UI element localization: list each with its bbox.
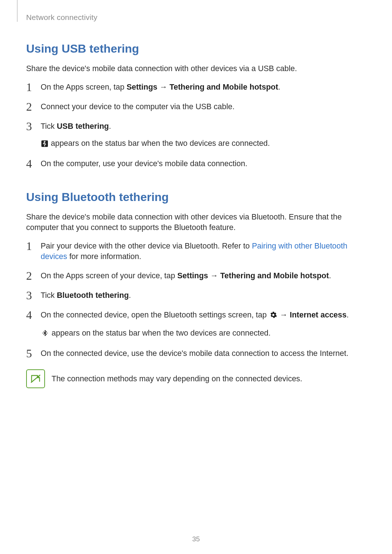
step-body: On the computer, use your device's mobil…: [41, 159, 366, 169]
step-body: Tick Bluetooth tethering.: [41, 290, 366, 301]
note-text: The connection methods may vary dependin…: [52, 374, 302, 384]
note: The connection methods may vary dependin…: [26, 369, 366, 388]
heading-usb-tethering: Using USB tethering: [26, 42, 366, 56]
step-number: 1: [26, 81, 41, 93]
tethering-label: Tethering and Mobile hotspot: [220, 271, 329, 280]
page: Network connectivity Using USB tethering…: [0, 0, 392, 554]
usb-status-icon: [41, 139, 48, 150]
settings-label: Settings: [177, 271, 208, 280]
usb-step-2: 2 Connect your device to the computer vi…: [26, 102, 366, 112]
usb-step-1: 1 On the Apps screen, tap Settings → Tet…: [26, 82, 366, 93]
bt-step-4: 4 On the connected device, open the Blue…: [26, 310, 366, 340]
step-body: On the Apps screen of your device, tap S…: [41, 271, 366, 281]
arrow: →: [208, 271, 220, 280]
heading-bluetooth-tethering: Using Bluetooth tethering: [26, 190, 366, 204]
bluetooth-tethering-label: Bluetooth tethering: [57, 291, 129, 300]
svg-point-1: [44, 145, 45, 147]
step-body: On the connected device, use the device'…: [41, 348, 366, 359]
arrow: →: [157, 83, 169, 91]
bt-steps: 1 Pair your device with the other device…: [26, 241, 366, 359]
bt-step-3: 3 Tick Bluetooth tethering.: [26, 290, 366, 301]
text: Tick: [41, 291, 57, 300]
step-number: 1: [26, 240, 41, 252]
usb-step-4: 4 On the computer, use your device's mob…: [26, 159, 366, 169]
text: On the Apps screen of your device, tap: [41, 271, 177, 280]
text: .: [329, 271, 331, 280]
step-number: 3: [26, 290, 41, 301]
settings-label: Settings: [127, 83, 158, 91]
breadcrumb: Network connectivity: [26, 13, 366, 22]
step-number: 4: [26, 158, 41, 169]
usb-tethering-label: USB tethering: [57, 122, 109, 131]
arrow: →: [278, 311, 290, 319]
text: .: [109, 122, 111, 131]
step-number: 2: [26, 270, 41, 282]
bt-intro: Share the device's mobile data connectio…: [26, 212, 366, 233]
bt-step-2: 2 On the Apps screen of your device, tap…: [26, 271, 366, 282]
text: Pair your device with the other device v…: [41, 242, 252, 250]
gear-icon: [270, 311, 277, 321]
page-number: 35: [0, 535, 392, 543]
step-body: Connect your device to the computer via …: [41, 102, 366, 112]
usb-intro: Share the device's mobile data connectio…: [26, 63, 366, 74]
text: appears on the status bar when the two d…: [49, 139, 270, 148]
step-body: Pair your device with the other device v…: [41, 241, 366, 262]
text: for more information.: [67, 252, 141, 261]
step-number: 2: [26, 101, 41, 112]
step-body: On the Apps screen, tap Settings → Tethe…: [41, 82, 366, 93]
bt-step-1: 1 Pair your device with the other device…: [26, 241, 366, 262]
text: appears on the status bar when the two d…: [49, 329, 271, 337]
bt-step-5: 5 On the connected device, use the devic…: [26, 348, 366, 359]
margin-rule: [17, 0, 17, 22]
text: .: [129, 291, 131, 300]
text: On the Apps screen, tap: [41, 83, 127, 91]
step-body: On the connected device, open the Blueto…: [41, 310, 366, 340]
step-number: 5: [26, 348, 41, 359]
text: .: [347, 311, 349, 319]
usb-steps: 1 On the Apps screen, tap Settings → Tet…: [26, 82, 366, 169]
tethering-label: Tethering and Mobile hotspot: [170, 83, 278, 91]
text: Tick: [41, 122, 57, 131]
bluetooth-tether-icon: [41, 329, 49, 340]
usb-step-3: 3 Tick USB tethering. appears on the sta…: [26, 121, 366, 150]
note-icon: [26, 369, 45, 388]
text: On the connected device, open the Blueto…: [41, 311, 269, 319]
text: .: [278, 83, 280, 91]
step-number: 4: [26, 309, 41, 321]
internet-access-label: Internet access: [290, 311, 347, 319]
step-number: 3: [26, 120, 41, 132]
step-body: Tick USB tethering. appears on the statu…: [41, 121, 366, 150]
